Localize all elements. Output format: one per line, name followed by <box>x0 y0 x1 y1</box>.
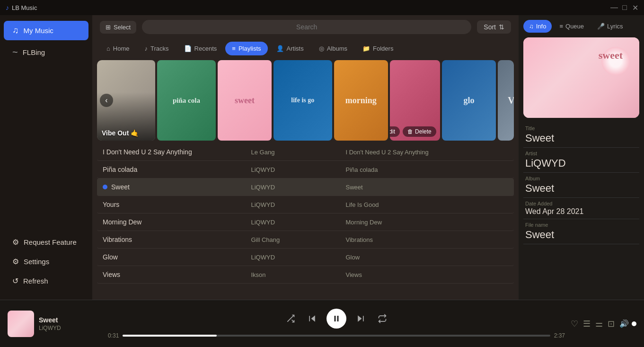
playing-indicator <box>103 185 107 189</box>
repeat-button[interactable] <box>375 311 390 326</box>
tracks-icon: ♪ <box>145 45 148 52</box>
tab-recents[interactable]: 📄 Recents <box>177 42 224 55</box>
miniplayer-button[interactable]: ⊡ <box>608 319 615 329</box>
titlebar-controls: — □ ✕ <box>611 4 638 11</box>
playlist-card-text: VIEW <box>508 95 514 106</box>
select-icon: ⊞ <box>106 24 111 31</box>
svg-rect-5 <box>337 316 339 321</box>
track-artist: LiQWYD <box>251 184 346 191</box>
folders-icon: 📁 <box>362 45 370 52</box>
prev-button[interactable] <box>305 311 320 326</box>
favorite-button[interactable]: ♡ <box>571 319 578 329</box>
now-playing-art-image <box>8 311 34 337</box>
panel-tab-lyrics[interactable]: 🎤 Lyrics <box>591 20 628 33</box>
tab-playlists[interactable]: ≡ Playlists <box>225 42 267 55</box>
sidebar-item-refresh[interactable]: ↺ Refresh <box>4 272 88 290</box>
tab-albums[interactable]: ◎ Albums <box>312 42 354 55</box>
track-title: Piña colada <box>103 166 251 173</box>
playlist-card-1[interactable]: piña cola <box>157 60 215 141</box>
tab-tracks[interactable]: ♪ Tracks <box>138 42 176 55</box>
info-title-section: Title Sweet <box>523 123 639 148</box>
carousel-prev-button[interactable]: ‹ <box>100 94 113 107</box>
select-button[interactable]: ⊞ Select <box>100 21 136 34</box>
sort-button[interactable]: Sort ⇅ <box>477 20 511 34</box>
playlist-card-5[interactable]: ↗ Queue ✎ Edit 🗑 Delete <box>390 60 440 141</box>
table-row[interactable]: Views Ikson Views <box>97 266 514 284</box>
playlist-card-3[interactable]: life is go <box>273 60 332 141</box>
track-album: Sweet <box>346 184 494 191</box>
progress-bar[interactable] <box>123 335 550 337</box>
sidebar-item-label: My Music <box>24 27 53 35</box>
request-feature-icon: ⚙ <box>12 238 19 247</box>
track-album: Life Is Good <box>346 201 494 208</box>
artist-value: LiQWYD <box>525 157 637 169</box>
svg-marker-6 <box>358 315 362 321</box>
playlist-card-4[interactable]: morning <box>334 60 388 141</box>
sidebar-item-my-music[interactable]: ♫ My Music <box>4 21 88 40</box>
music-note-icon: ♫ <box>12 26 19 36</box>
artist-label: Artist <box>525 151 637 156</box>
track-title: I Don't Need U 2 Say Anything <box>103 148 251 156</box>
info-artist-section: Artist LiQWYD <box>523 148 639 173</box>
player-right-controls: ♡ ☰ ⚌ ⊡ 🔊 <box>571 319 636 329</box>
track-album: Piña colada <box>346 166 494 173</box>
file-name-label: File name <box>525 222 637 228</box>
now-playing: Sweet LiQWYD <box>8 311 102 337</box>
playlist-carousel: ‹ Vibe Out 🤙 piña cola sweet life is go … <box>97 60 514 141</box>
info-album-section: Album Sweet <box>523 173 639 198</box>
table-row[interactable]: I Don't Need U 2 Say Anything Le Gang I … <box>97 143 514 161</box>
maximize-button[interactable]: □ <box>621 4 628 11</box>
sidebar: ♫ My Music ~ FLBing ⚙ Request Feature ⚙ … <box>0 15 92 300</box>
content-area: ⊞ Select Sort ⇅ ⌂ Home ♪ Tracks 📄 Recent… <box>92 15 519 300</box>
progress-time-total: 2:37 <box>554 332 565 339</box>
panel-tab-queue[interactable]: ≡ Queue <box>554 20 590 33</box>
volume-dot[interactable] <box>632 321 636 326</box>
sidebar-item-label: FLBing <box>23 48 45 56</box>
table-row[interactable]: Glow LiQWYD Glow <box>97 249 514 266</box>
tab-artists[interactable]: 👤 Artists <box>270 42 310 55</box>
nav-tabs: ⌂ Home ♪ Tracks 📄 Recents ≡ Playlists 👤 … <box>92 39 519 55</box>
edit-label: Edit <box>390 128 395 135</box>
sidebar-spacer <box>0 63 92 232</box>
playlist-card-2[interactable]: sweet <box>218 60 272 141</box>
track-artist: LiQWYD <box>251 254 346 261</box>
table-row[interactable]: Yours LiQWYD Life Is Good <box>97 196 514 214</box>
minimize-button[interactable]: — <box>611 4 618 11</box>
edit-button[interactable]: ✎ Edit <box>390 126 400 137</box>
close-button[interactable]: ✕ <box>632 4 638 11</box>
playlist-card-7[interactable]: VIEW <box>498 60 514 141</box>
table-row[interactable]: Vibrations Gill Chang Vibrations <box>97 231 514 249</box>
home-icon: ⌂ <box>106 45 110 52</box>
sidebar-item-request-feature[interactable]: ⚙ Request Feature <box>4 233 88 251</box>
table-row[interactable]: Morning Dew LiQWYD Morning Dew <box>97 214 514 231</box>
player-buttons <box>283 309 390 329</box>
shuffle-button[interactable] <box>283 311 298 326</box>
title-label: Title <box>525 125 637 131</box>
progress-fill <box>123 335 217 337</box>
table-row[interactable]: Piña colada LiQWYD Piña colada <box>97 161 514 178</box>
playlist-button[interactable]: ☰ <box>583 319 591 329</box>
search-input[interactable] <box>142 20 471 34</box>
tab-home[interactable]: ⌂ Home <box>100 42 136 55</box>
track-artist: Le Gang <box>251 149 346 156</box>
sort-icon: ⇅ <box>499 23 504 31</box>
table-row[interactable]: Sweet LiQWYD Sweet <box>97 178 514 196</box>
now-playing-title: Sweet <box>39 316 61 324</box>
track-artist: Ikson <box>251 271 346 278</box>
settings-icon: ⚙ <box>12 257 19 266</box>
playlist-card-6[interactable]: glo <box>442 60 496 141</box>
track-artist: Gill Chang <box>251 236 346 243</box>
sidebar-item-flbing[interactable]: ~ FLBing <box>4 42 88 62</box>
tab-folders[interactable]: 📁 Folders <box>356 42 400 55</box>
equalizer-button[interactable]: ⚌ <box>595 319 603 329</box>
volume-icon[interactable]: 🔊 <box>619 319 629 328</box>
date-added-value: Wed Apr 28 2021 <box>525 207 637 216</box>
info-filename-section: File name Sweet <box>523 219 639 244</box>
delete-button[interactable]: 🗑 Delete <box>403 126 436 137</box>
sidebar-item-settings[interactable]: ⚙ Settings <box>4 252 88 271</box>
panel-tab-info[interactable]: ♫ Info <box>523 20 552 33</box>
pause-button[interactable] <box>326 309 346 329</box>
track-artist: LiQWYD <box>251 166 346 173</box>
next-button[interactable] <box>353 311 368 326</box>
track-album: Vibrations <box>346 236 494 243</box>
